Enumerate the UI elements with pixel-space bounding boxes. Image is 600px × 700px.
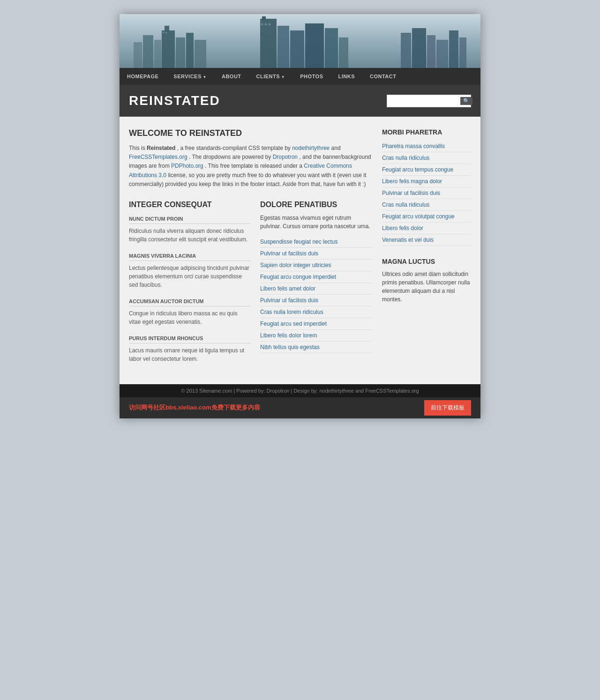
download-link[interactable]: 访问网号社区bbs.xieliao.com免费下载更多内容 <box>129 403 260 412</box>
welcome-text-4: . The dropdowns are powered by <box>189 154 273 160</box>
svg-rect-10 <box>262 16 266 20</box>
nav-item-homepage[interactable]: HOMEPAGE <box>120 68 166 85</box>
author-link[interactable]: nodethirtythree <box>292 145 330 151</box>
svg-rect-2 <box>143 35 153 68</box>
welcome-intro-text: This is <box>129 145 147 151</box>
magna-block: MAGNA LUCTUS Ultrices odio amet diam sol… <box>382 258 471 304</box>
morbi-link-7[interactable]: Libero felis dolor <box>382 223 471 234</box>
sub-text-2: Congue in ridiculus libero massa ac eu q… <box>129 309 251 326</box>
sub-section-2: ACCUMSAN AUCTOR DICTUM Congue in ridicul… <box>129 298 251 326</box>
morbi-link-1[interactable]: Cras nulla ridiculus <box>382 152 471 164</box>
navigation: HOMEPAGE SERVICES ABOUT CLIENTS PHOTOS L… <box>120 68 480 85</box>
morbi-link-0[interactable]: Pharetra massa convallis <box>382 141 471 152</box>
svg-rect-3 <box>154 40 161 68</box>
svg-rect-1 <box>134 42 142 68</box>
magna-title: MAGNA LUCTUS <box>382 258 471 265</box>
svg-rect-22 <box>163 32 164 33</box>
morbi-title: MORBI PHARETRA <box>382 128 471 136</box>
dolore-link-7[interactable]: Feugiat arcu sed imperdiet <box>260 318 373 330</box>
svg-rect-6 <box>176 37 185 68</box>
sub-title-0: NUNC DICTUM PROIN <box>129 216 251 224</box>
nav-item-contact[interactable]: CONTACT <box>362 68 404 85</box>
svg-rect-16 <box>401 33 411 68</box>
dropotron-link[interactable]: Dropotron <box>273 154 298 160</box>
footer-bar: © 2013 Sitename.com | Powered by: Dropot… <box>120 384 480 397</box>
welcome-text-6: . This free template is released under a <box>205 163 304 169</box>
morbi-link-6[interactable]: Feugiat arcu volutpat congue <box>382 211 471 223</box>
svg-rect-5 <box>165 26 169 31</box>
svg-rect-8 <box>195 40 206 68</box>
dolore-title: DOLORE PENATIBUS <box>260 201 373 209</box>
morbi-links: Pharetra massa convallis Cras nulla ridi… <box>382 141 471 246</box>
magna-text: Ultrices odio amet diam sollicitudin pri… <box>382 270 471 304</box>
dolore-link-6[interactable]: Cras nulla lorem ridiculus <box>260 306 373 318</box>
sidebar: MORBI PHARETRA Pharetra massa convallis … <box>382 128 471 372</box>
svg-rect-14 <box>325 28 338 68</box>
dolore-link-0[interactable]: Suspendisse feugiat nec lectus <box>260 236 373 248</box>
title-bar: REINSTATED 🔍 <box>120 85 480 117</box>
dolore-link-3[interactable]: Feugiat arcu congue imperdiet <box>260 271 373 283</box>
welcome-text-2: , a free standards-compliant CSS templat… <box>177 145 292 151</box>
lower-content: INTEGER CONSEQUAT NUNC DICTUM PROIN Ridi… <box>129 201 373 372</box>
nav-item-photos[interactable]: PHOTOS <box>292 68 330 85</box>
morbi-link-8[interactable]: Venenatis et vel duis <box>382 234 471 246</box>
svg-rect-4 <box>162 30 175 68</box>
nav-item-services[interactable]: SERVICES <box>166 68 214 85</box>
dolore-section: DOLORE PENATIBUS Egestas massa vivamus e… <box>260 201 373 372</box>
integer-title: INTEGER CONSEQUAT <box>129 201 251 209</box>
nav-item-links[interactable]: LINKS <box>331 68 363 85</box>
svg-rect-26 <box>269 23 270 25</box>
svg-rect-15 <box>339 37 348 68</box>
freecss-link[interactable]: FreeCSSTemplates.org <box>129 154 188 160</box>
svg-rect-18 <box>427 35 435 68</box>
main-column: WELCOME TO REINSTATED This is Reinstated… <box>129 128 373 372</box>
dolore-link-1[interactable]: Pulvinar ut facilisis duis <box>260 248 373 260</box>
sub-title-1: MAGNIS VIVERRA LACINIA <box>129 253 251 261</box>
dolore-link-4[interactable]: Libero felis amet dolor <box>260 283 373 295</box>
svg-rect-9 <box>260 19 277 68</box>
nav-item-clients[interactable]: CLIENTS <box>249 68 293 85</box>
svg-rect-24 <box>261 23 263 25</box>
svg-rect-19 <box>436 40 448 68</box>
morbi-link-3[interactable]: Libero felis magna dolor <box>382 176 471 187</box>
sub-text-1: Lectus pellentesque adipiscing tincidunt… <box>129 264 251 289</box>
download-button[interactable]: 前往下载模板 <box>424 400 471 416</box>
svg-rect-20 <box>449 30 458 68</box>
sub-title-3: PURUS INTERDUM RHONCUS <box>129 335 251 343</box>
content-area: WELCOME TO REINSTATED This is Reinstated… <box>120 117 480 384</box>
welcome-text-3: and <box>331 145 341 151</box>
sub-text-0: Ridiculus nulla viverra aliquam donec ri… <box>129 227 251 244</box>
morbi-link-5[interactable]: Cras nulla ridiculus <box>382 199 471 211</box>
dolore-link-8[interactable]: Libero felis dolor lorem <box>260 330 373 342</box>
integer-section: INTEGER CONSEQUAT NUNC DICTUM PROIN Ridi… <box>129 201 251 372</box>
download-bar: 访问网号社区bbs.xieliao.com免费下载更多内容 前往下载模板 <box>120 397 480 418</box>
sub-section-3: PURUS INTERDUM RHONCUS Lacus mauris orna… <box>129 335 251 363</box>
dolore-link-9[interactable]: Nibh tellus quis egestas <box>260 342 373 353</box>
welcome-section: WELCOME TO REINSTATED This is Reinstated… <box>129 128 373 189</box>
dolore-intro: Egestas massa vivamus eget rutrum pulvin… <box>260 214 373 231</box>
morbi-link-4[interactable]: Pulvinar ut facilisis duis <box>382 187 471 199</box>
dolore-link-2[interactable]: Sapien dolor integer ultricies <box>260 260 373 271</box>
nav-item-about[interactable]: ABOUT <box>214 68 249 85</box>
morbi-block: MORBI PHARETRA Pharetra massa convallis … <box>382 128 471 246</box>
svg-rect-25 <box>265 23 267 25</box>
svg-rect-12 <box>290 30 304 68</box>
sub-section-1: MAGNIS VIVERRA LACINIA Lectus pellentesq… <box>129 253 251 289</box>
sub-text-3: Lacus mauris ornare neque id ligula temp… <box>129 346 251 363</box>
welcome-text: This is Reinstated , a free standards-co… <box>129 144 373 189</box>
svg-rect-13 <box>305 23 324 68</box>
morbi-link-2[interactable]: Feugiat arcu tempus congue <box>382 164 471 176</box>
header-banner <box>120 14 480 68</box>
footer-text: © 2013 Sitename.com | Powered by: Dropot… <box>181 388 419 394</box>
welcome-title: WELCOME TO REINSTATED <box>129 128 373 138</box>
sub-section-0: NUNC DICTUM PROIN Ridiculus nulla viverr… <box>129 216 251 244</box>
pdphoto-link[interactable]: PDPhoto.org <box>171 163 203 169</box>
search-box: 🔍 <box>387 95 471 107</box>
search-input[interactable] <box>390 97 460 104</box>
svg-rect-7 <box>186 33 194 68</box>
search-button[interactable]: 🔍 <box>460 97 472 105</box>
svg-rect-21 <box>459 37 466 68</box>
brand-name: Reinstated <box>147 145 175 151</box>
dolore-link-5[interactable]: Pulvinar ut facilisis duis <box>260 295 373 306</box>
svg-rect-23 <box>165 32 167 33</box>
